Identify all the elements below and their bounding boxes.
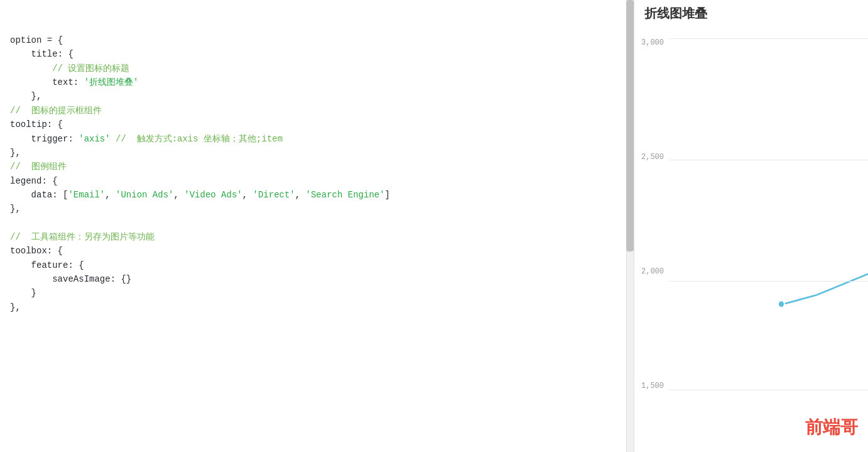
scrollbar-thumb[interactable]	[626, 0, 634, 251]
chart-area: 3,000 2,500 2,000 1,500	[634, 32, 868, 397]
code-content: option = { title: { // 设置图标的标题 text: '折线…	[0, 0, 634, 319]
y-label-3000: 3,000	[634, 38, 669, 47]
code-line: toolbox: {	[10, 244, 634, 258]
code-panel: option = { title: { // 设置图标的标题 text: '折线…	[0, 0, 634, 452]
watermark: 前端哥	[805, 416, 858, 439]
code-line: },	[10, 89, 634, 103]
line-chart-svg	[669, 32, 868, 397]
code-line: }	[10, 286, 634, 300]
code-line: // 图例组件	[10, 160, 634, 174]
code-line: title: {	[10, 47, 634, 61]
y-label-2500: 2,500	[634, 153, 669, 162]
code-line: feature: {	[10, 258, 634, 272]
code-line: text: '折线图堆叠'	[10, 75, 634, 89]
code-line: trigger: 'axis' // 触发方式:axis 坐标轴；其他;item	[10, 132, 634, 146]
chart-title: 折线图堆叠	[634, 0, 868, 32]
grid-line-1	[669, 38, 868, 39]
chart-line	[778, 274, 868, 306]
y-label-2000: 2,000	[634, 267, 669, 276]
code-line: // 工具箱组件：另存为图片等功能	[10, 230, 634, 244]
chart-dot	[778, 300, 784, 307]
code-line: tooltip: {	[10, 118, 634, 131]
code-line: option = {	[10, 33, 634, 47]
grid-line-3	[669, 281, 868, 282]
y-axis-labels: 3,000 2,500 2,000 1,500	[634, 32, 669, 397]
chart-panel: 折线图堆叠 3,000 2,500 2,000 1,500 前端哥	[634, 0, 868, 452]
code-line: },	[10, 146, 634, 160]
scrollbar[interactable]	[626, 0, 634, 452]
code-line: },	[10, 202, 634, 216]
grid-line-4	[669, 390, 868, 390]
y-label-1500: 1,500	[634, 382, 669, 390]
code-line: // 图标的提示框组件	[10, 104, 634, 118]
grid-line-2	[669, 160, 868, 160]
code-line	[10, 216, 634, 230]
code-line: legend: {	[10, 174, 634, 188]
code-line: saveAsImage: {}	[10, 272, 634, 286]
code-line: data: ['Email', 'Union Ads', 'Video Ads'…	[10, 188, 634, 202]
code-line: },	[10, 300, 634, 314]
chart-plot	[669, 32, 868, 397]
code-line: // 设置图标的标题	[10, 62, 634, 75]
